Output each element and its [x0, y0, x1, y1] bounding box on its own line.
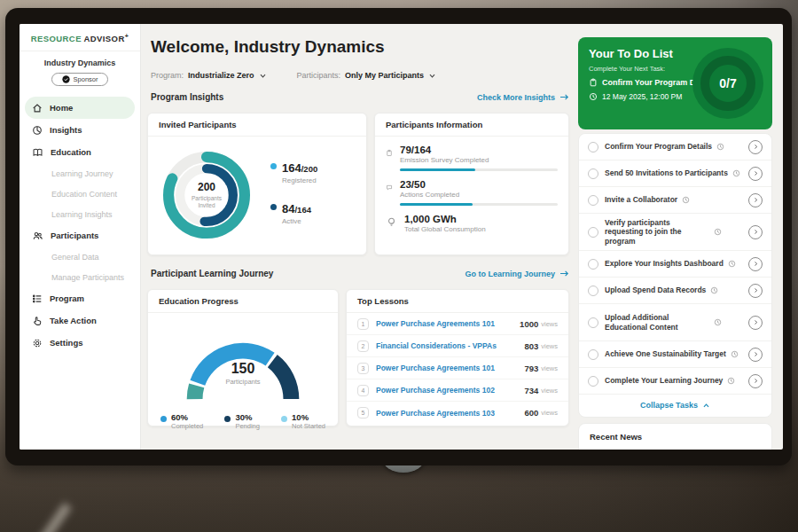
clock-icon	[589, 92, 598, 101]
lesson-rank: 3	[357, 363, 369, 374]
lesson-rank: 5	[357, 407, 369, 419]
org-name: Industry Dynamics	[20, 59, 140, 67]
logo-secondary: ADVISOR	[84, 34, 125, 43]
learning-journey-title: Participant Learning Journey	[151, 269, 273, 278]
lesson-views: 600	[524, 408, 538, 418]
sidebar-item-take-action[interactable]: Take Action	[20, 309, 140, 332]
chevron-right-icon	[753, 261, 759, 267]
sidebar-item-general-data[interactable]: General Data	[20, 246, 140, 267]
sidebar-item-insights[interactable]: Insights	[20, 119, 140, 141]
invited-count: 200	[198, 181, 215, 193]
lesson-link[interactable]: Power Purchase Agreements 101	[376, 364, 524, 372]
task-open-button[interactable]	[748, 225, 763, 239]
task-open-button[interactable]	[748, 284, 763, 298]
lesson-row: 2 Financial Considerations - VPPAs 803 v…	[347, 335, 568, 357]
todo-task-row[interactable]: Confirm Your Program Details	[579, 134, 771, 160]
sidebar-item-settings[interactable]: Settings	[20, 332, 140, 354]
todo-task-row[interactable]: Send 50 Invitations to Participants	[579, 160, 771, 187]
sidebar-item-education-content[interactable]: Education Content	[20, 184, 140, 204]
sidebar-item-label: Insights	[50, 125, 82, 135]
chevron-right-icon	[753, 170, 759, 176]
sidebar-item-home[interactable]: Home	[25, 97, 135, 119]
todo-task-row[interactable]: Achieve One Sustainability Target	[579, 341, 771, 368]
sponsor-badge[interactable]: Sponsor	[51, 73, 108, 86]
program-dropdown[interactable]: Program: Industrialize Zero	[151, 71, 267, 80]
task-checkbox[interactable]	[588, 227, 598, 238]
task-checkbox[interactable]	[588, 259, 598, 270]
task-checkbox[interactable]	[588, 317, 598, 328]
consumption-value: 1,000 GWh	[404, 214, 558, 224]
task-open-button[interactable]	[748, 140, 763, 154]
sidebar-item-learning-insights[interactable]: Learning Insights	[20, 204, 140, 224]
legend-active: 84/164 Active	[270, 200, 317, 225]
card-title: Invited Participants	[148, 113, 366, 137]
todo-task-row[interactable]: Explore Your Insights Dashboard	[579, 251, 771, 278]
todo-task-row[interactable]: Upload Additional Educational Content	[579, 304, 771, 341]
sidebar-item-participants[interactable]: Participants	[20, 224, 140, 246]
sidebar-item-learning-journey[interactable]: Learning Journey	[20, 163, 140, 184]
todo-task-row[interactable]: Complete Your Learning Journey	[579, 368, 771, 395]
sidebar-item-label: Education	[51, 147, 91, 157]
todo-task-row[interactable]: Upload Spend Data Records	[579, 278, 771, 304]
education-gauge: 150 Participants	[168, 324, 318, 405]
task-open-button[interactable]	[748, 374, 763, 388]
sponsor-label: Sponsor	[74, 75, 98, 83]
task-open-button[interactable]	[748, 257, 763, 271]
actions-label: Actions Completed	[400, 191, 558, 199]
check-more-insights-link[interactable]: Check More Insights	[477, 93, 569, 102]
chevron-right-icon	[753, 144, 759, 150]
participants-dropdown[interactable]: Participants: Only My Participants	[297, 71, 437, 80]
donut-center: 200 Participants Invited	[157, 145, 256, 245]
take-action-icon	[32, 316, 43, 326]
lesson-row: 4 Power Purchase Agreements 102 734 view…	[347, 379, 568, 402]
task-checkbox[interactable]	[588, 286, 598, 296]
arrow-right-icon	[559, 270, 569, 278]
learning-journey-header: Participant Learning Journey Go to Learn…	[151, 269, 569, 278]
collapse-tasks-link[interactable]: Collapse Tasks	[579, 395, 771, 416]
lesson-link[interactable]: Power Purchase Agreements 102	[376, 386, 524, 395]
todo-task-row[interactable]: Invite a Collaborator	[579, 187, 771, 214]
recent-news-card: Recent News	[578, 423, 772, 450]
clipboard-icon	[589, 78, 598, 87]
legend-not-started: 10%Not Started	[281, 412, 325, 430]
lesson-link[interactable]: Power Purchase Agreements 101	[376, 319, 520, 328]
program-icon	[32, 293, 43, 304]
task-checkbox[interactable]	[588, 195, 598, 206]
task-checkbox[interactable]	[588, 168, 598, 179]
go-to-learning-journey-link[interactable]: Go to Learning Journey	[465, 270, 569, 278]
chevron-up-icon	[702, 402, 710, 410]
task-checkbox[interactable]	[588, 376, 598, 387]
legend-dot	[281, 416, 287, 422]
education-icon	[32, 147, 43, 158]
lesson-link[interactable]: Power Purchase Agreements 103	[376, 409, 524, 418]
task-open-button[interactable]	[748, 193, 763, 207]
task-open-button[interactable]	[748, 348, 763, 362]
todo-task-row[interactable]: Verify participants requesting to join t…	[579, 214, 771, 251]
todo-progress-value: 0/7	[719, 76, 736, 90]
task-open-button[interactable]	[748, 316, 763, 330]
sidebar-item-program[interactable]: Program	[20, 287, 140, 309]
task-open-button[interactable]	[748, 167, 763, 181]
insights-icon	[32, 125, 43, 136]
lesson-row: 1 Power Purchase Agreements 101 1000 vie…	[347, 313, 568, 335]
views-label: views	[541, 320, 558, 328]
participants-value: Only My Participants	[345, 71, 424, 80]
sidebar-item-manage-participants[interactable]: Manage Participants	[20, 267, 140, 287]
task-checkbox[interactable]	[588, 142, 598, 153]
chevron-down-icon	[428, 72, 436, 80]
settings-icon	[32, 338, 43, 348]
donut-legend: 164/200 Registered 84/164 Active	[270, 160, 317, 245]
sidebar-item-label: Settings	[50, 338, 82, 348]
info-row-consumption: 1,000 GWh Total Global Consumption	[375, 206, 568, 233]
gauge-label: Participants	[168, 378, 318, 386]
legend-dot	[160, 416, 167, 422]
filters-row: Program: Industrialize Zero Participants…	[151, 71, 436, 80]
task-checkbox[interactable]	[588, 349, 598, 360]
lesson-link[interactable]: Financial Considerations - VPPAs	[376, 341, 524, 350]
lesson-rank: 4	[357, 385, 369, 396]
sidebar-item-education[interactable]: Education	[20, 141, 140, 163]
clock-icon	[714, 228, 722, 236]
sidebar-item-label: Learning Insights	[51, 210, 113, 219]
lesson-views: 1000	[520, 319, 538, 329]
home-icon	[32, 103, 43, 113]
